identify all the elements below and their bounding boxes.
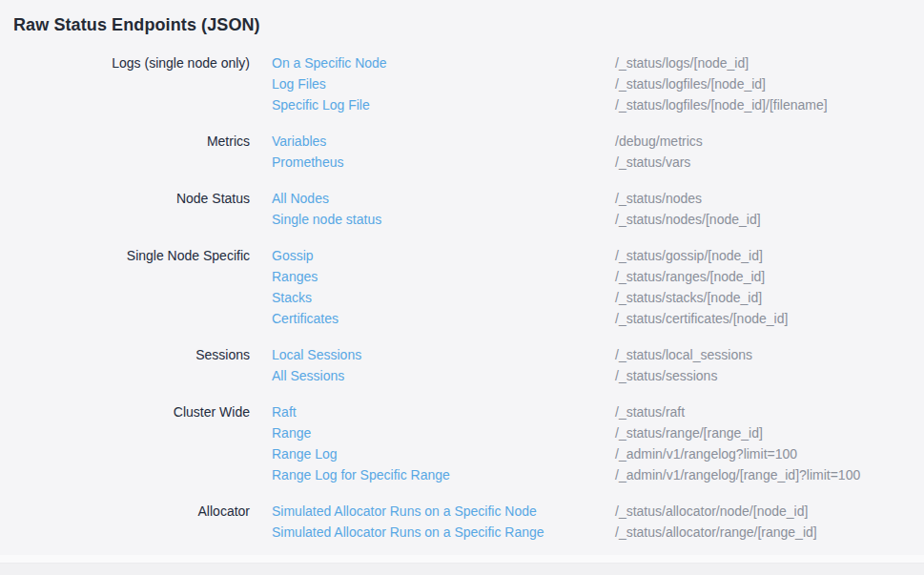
section-paths-column: /_status/raft/_status/range/[range_id]/_… [615, 401, 924, 485]
endpoint-link[interactable]: Gossip [272, 245, 314, 266]
page-bottom-gap [0, 555, 924, 563]
endpoint-section: Allocator Simulated Allocator Runs on a … [0, 501, 924, 543]
endpoint-link[interactable]: Simulated Allocator Runs on a Specific N… [272, 501, 537, 522]
endpoint-path: /_status/nodes/[node_id] [615, 209, 924, 230]
page-bottom-strip [0, 563, 924, 575]
endpoint-section: Node Status All NodesSingle node status … [0, 188, 924, 230]
endpoint-link[interactable]: On a Specific Node [272, 52, 387, 73]
endpoint-link[interactable]: Log Files [272, 73, 326, 94]
endpoint-path: /_status/gossip/[node_id] [615, 245, 924, 266]
endpoint-path: /_status/vars [615, 152, 924, 173]
endpoint-path: /_status/allocator/node/[node_id] [615, 501, 924, 522]
section-category-label: Sessions [0, 344, 272, 365]
endpoint-section: Cluster Wide RaftRangeRange LogRange Log… [0, 401, 924, 485]
endpoint-path: /_status/logfiles/[node_id] [615, 73, 924, 94]
endpoint-link[interactable]: Single node status [272, 209, 381, 230]
endpoint-section: Sessions Local SessionsAll Sessions /_st… [0, 344, 924, 386]
page-title: Raw Status Endpoints (JSON) [13, 11, 924, 38]
endpoint-path: /_status/stacks/[node_id] [615, 287, 924, 308]
endpoint-path: /_status/local_sessions [615, 344, 924, 365]
endpoint-path: /_admin/v1/rangelog?limit=100 [615, 443, 924, 464]
endpoint-link[interactable]: All Nodes [272, 188, 329, 209]
endpoints-table: Logs (single node only) On a Specific No… [0, 52, 924, 543]
endpoint-link[interactable]: All Sessions [272, 365, 344, 386]
endpoint-section: Logs (single node only) On a Specific No… [0, 52, 924, 115]
section-paths-column: /_status/gossip/[node_id]/_status/ranges… [615, 245, 924, 329]
section-paths-column: /_status/allocator/node/[node_id]/_statu… [615, 501, 924, 543]
endpoint-link[interactable]: Certificates [272, 308, 339, 329]
endpoint-section: Metrics VariablesPrometheus /debug/metri… [0, 131, 924, 173]
section-links-column: GossipRangesStacksCertificates [272, 245, 615, 329]
section-links-column: RaftRangeRange LogRange Log for Specific… [272, 401, 615, 485]
endpoint-link[interactable]: Specific Log File [272, 94, 370, 115]
endpoint-link[interactable]: Raft [272, 401, 297, 422]
endpoint-path: /_status/logfiles/[node_id]/[filename] [615, 94, 924, 115]
endpoint-section: Single Node Specific GossipRangesStacksC… [0, 245, 924, 329]
endpoint-path: /_status/ranges/[node_id] [615, 266, 924, 287]
section-category-label: Allocator [0, 501, 272, 522]
section-links-column: VariablesPrometheus [272, 131, 615, 173]
endpoint-link[interactable]: Range [272, 422, 311, 443]
endpoint-link[interactable]: Stacks [272, 287, 312, 308]
section-paths-column: /_status/nodes/_status/nodes/[node_id] [615, 188, 924, 230]
section-category-label: Single Node Specific [0, 245, 272, 266]
endpoint-path: /_status/certificates/[node_id] [615, 308, 924, 329]
endpoint-link[interactable]: Range Log [272, 443, 338, 464]
endpoint-link[interactable]: Local Sessions [272, 344, 361, 365]
endpoint-path: /_admin/v1/rangelog/[range_id]?limit=100 [615, 464, 924, 485]
section-paths-column: /debug/metrics/_status/vars [615, 131, 924, 173]
section-paths-column: /_status/logs/[node_id]/_status/logfiles… [615, 52, 924, 115]
section-links-column: On a Specific NodeLog FilesSpecific Log … [272, 52, 615, 115]
section-category-label: Metrics [0, 131, 272, 152]
endpoint-path: /_status/nodes [615, 188, 924, 209]
section-category-label: Node Status [0, 188, 272, 209]
endpoint-path: /_status/logs/[node_id] [615, 52, 924, 73]
section-category-label: Logs (single node only) [0, 52, 272, 73]
endpoint-path: /_status/raft [615, 401, 924, 422]
section-links-column: Local SessionsAll Sessions [272, 344, 615, 386]
section-paths-column: /_status/local_sessions/_status/sessions [615, 344, 924, 386]
endpoint-link[interactable]: Range Log for Specific Range [272, 464, 450, 485]
endpoint-link[interactable]: Simulated Allocator Runs on a Specific R… [272, 522, 544, 543]
endpoint-path: /_status/range/[range_id] [615, 422, 924, 443]
endpoint-path: /_status/allocator/range/[range_id] [615, 522, 924, 543]
endpoint-link[interactable]: Ranges [272, 266, 318, 287]
endpoint-path: /debug/metrics [615, 131, 924, 152]
endpoint-link[interactable]: Prometheus [272, 152, 343, 173]
debug-endpoints-page: Raw Status Endpoints (JSON) Logs (single… [0, 11, 924, 543]
section-category-label: Cluster Wide [0, 401, 272, 422]
section-links-column: Simulated Allocator Runs on a Specific N… [272, 501, 615, 543]
endpoint-link[interactable]: Variables [272, 131, 326, 152]
section-links-column: All NodesSingle node status [272, 188, 615, 230]
endpoint-path: /_status/sessions [615, 365, 924, 386]
